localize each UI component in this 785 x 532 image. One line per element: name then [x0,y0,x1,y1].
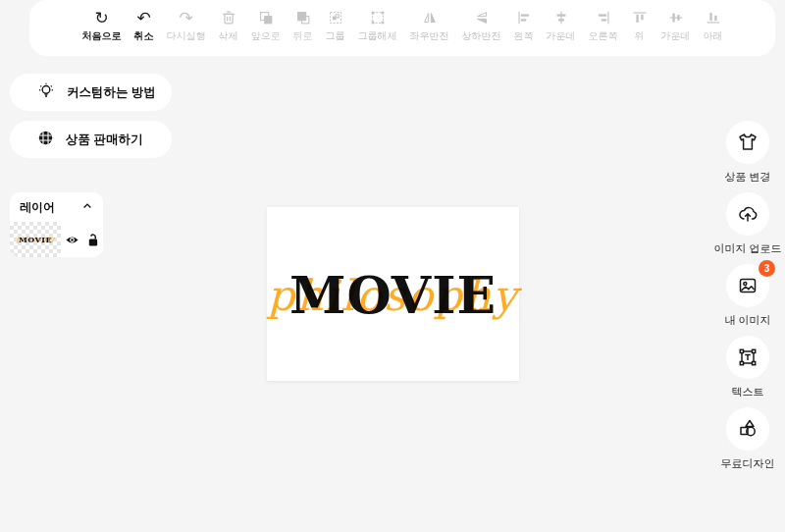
sell-product-label: 상품 판매하기 [66,132,142,148]
toolbar-item-label: 좌우반전 [410,29,449,43]
toolbar-item-label: 그룹해제 [358,29,397,43]
align-bottom-icon [705,8,722,27]
layer-controls [61,222,103,257]
toolbar-item-label: 앞으로 [251,29,281,43]
tshirt-icon [736,131,759,154]
toolbar-item-label: 상하반전 [462,29,501,43]
align-left-icon [515,8,533,27]
sidebar-item-label: 이미지 업로드 [713,241,781,256]
add-text-button[interactable] [726,336,769,379]
toolbar-item-align-center[interactable]: 가운데 [547,8,576,43]
chevron-up-icon[interactable] [81,198,93,216]
layer-item[interactable]: philosophy MOVIE [10,222,103,257]
align-middle-icon [667,8,685,27]
change-product-button[interactable] [726,121,769,164]
canvas-artwork[interactable]: MOVIE philosophy [267,207,519,381]
visibility-eye-icon[interactable] [65,233,79,247]
flip-vertical-icon [473,8,491,27]
layer-thumbnail-main-text: MOVIE [19,235,52,244]
toolbar-item-delete[interactable]: 삭제 [219,8,238,43]
toolbar-item-label: 그룹 [326,29,345,43]
toolbar-item-bring-forward[interactable]: 앞으로 [251,8,281,43]
toolbar-item-undo[interactable]: ↶ 취소 [134,8,154,43]
sidebar-item-label: 텍스트 [732,385,764,399]
toolbar-item-label: 뒤로 [293,29,313,43]
upload-cloud-icon [736,202,759,226]
bring-forward-icon [257,8,275,27]
custom-guide-button[interactable]: 커스텀하는 방법 [10,74,172,111]
toolbar-item-flip-vertical[interactable]: 상하반전 [462,8,501,43]
toolbar-item-align-left[interactable]: 왼쪽 [514,8,534,43]
toolbar-item-label: 가운데 [547,29,576,43]
upload-image-button[interactable] [726,192,769,236]
sidebar-item-change-product[interactable]: 상품 변경 [724,121,770,185]
group-icon [327,8,344,27]
top-toolbar: ↻ 처음으로 ↶ 취소 ↷ 다시실행 삭제 앞으로 [29,0,775,56]
my-images-icon [736,274,759,297]
toolbar-item-label: 아래 [704,29,723,43]
layers-panel-title: 레이어 [20,199,55,216]
shapes-icon [736,417,759,441]
toolbar-item-label: 취소 [134,29,154,43]
toolbar-item-align-middle[interactable]: 가운데 [661,8,691,43]
sidebar-item-free-design[interactable]: 무료디자인 [721,407,775,471]
toolbar-item-label: 삭제 [219,29,238,43]
ungroup-icon [369,8,387,27]
toolbar-item-group[interactable]: 그룹 [326,8,345,43]
globe-icon [36,129,55,150]
toolbar-item-align-right[interactable]: 오른쪽 [589,8,618,43]
unlock-icon[interactable] [86,233,99,247]
layers-panel-header[interactable]: 레이어 [10,192,103,222]
design-canvas[interactable]: MOVIE philosophy [267,207,519,381]
lightbulb-icon [36,81,56,104]
toolbar-item-redo[interactable]: ↷ 다시실행 [167,8,206,43]
sidebar-item-label: 상품 변경 [724,170,770,185]
toolbar-item-send-backward[interactable]: 뒤로 [293,8,313,43]
toolbar-item-align-bottom[interactable]: 아래 [704,8,723,43]
toolbar-item-align-top[interactable]: 위 [631,8,649,43]
right-sidebar: 상품 변경 이미지 업로드 3 내 이미지 [699,121,785,471]
sidebar-item-label: 내 이미지 [724,313,770,328]
toolbar-item-label: 다시실행 [167,29,206,43]
text-icon [736,346,759,369]
sell-product-button[interactable]: 상품 판매하기 [10,121,172,158]
redo-icon: ↷ [179,8,192,27]
sidebar-item-text[interactable]: 텍스트 [726,336,769,399]
sidebar-item-upload-image[interactable]: 이미지 업로드 [713,192,781,256]
align-center-icon [552,8,570,27]
send-backward-icon [294,8,312,27]
custom-guide-label: 커스텀하는 방법 [67,84,156,101]
toolbar-item-flip-horizontal[interactable]: 좌우반전 [410,8,449,43]
align-top-icon [631,8,649,27]
toolbar-item-restart[interactable]: ↻ 처음으로 [82,8,122,43]
layer-thumbnail[interactable]: philosophy MOVIE [10,222,61,257]
toolbar-item-label: 위 [635,29,645,43]
toolbar-item-label: 처음으로 [82,29,122,43]
sidebar-item-label: 무료디자인 [721,456,775,471]
restart-icon: ↻ [94,8,108,27]
artwork-script-text: philosophy [267,271,518,320]
toolbar-item-label: 왼쪽 [514,29,534,43]
toolbar-item-ungroup[interactable]: 그룹해제 [358,8,397,43]
trash-icon [220,8,237,27]
toolbar-item-label: 가운데 [661,29,691,43]
flip-horizontal-icon [421,8,439,27]
undo-icon: ↶ [136,8,150,27]
toolbar-item-label: 오른쪽 [589,29,618,43]
my-images-button[interactable]: 3 [726,264,769,307]
layers-panel: 레이어 philosophy MOVIE [10,192,103,257]
sidebar-item-my-images[interactable]: 3 내 이미지 [724,264,770,328]
my-images-badge: 3 [759,260,775,277]
free-design-button[interactable] [726,407,769,451]
align-right-icon [595,8,612,27]
